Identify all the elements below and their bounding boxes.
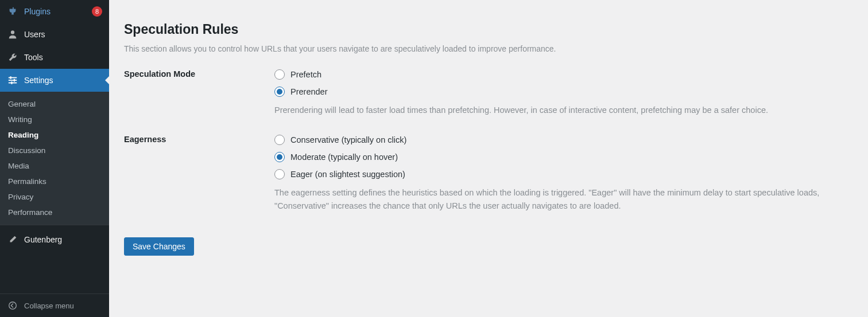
wrench-icon xyxy=(7,52,18,63)
submenu-item-discussion[interactable]: Discussion xyxy=(0,143,109,158)
radio-label: Prefetch xyxy=(290,70,321,79)
submenu-item-privacy[interactable]: Privacy xyxy=(0,189,109,205)
settings-submenu: General Writing Reading Discussion Media… xyxy=(0,92,109,225)
eagerness-control: Conservative (typically on click) Modera… xyxy=(274,135,837,212)
submenu-item-permalinks[interactable]: Permalinks xyxy=(0,174,109,189)
radio-icon xyxy=(274,87,285,97)
radio-conservative[interactable]: Conservative (typically on click) xyxy=(274,135,837,145)
radio-moderate[interactable]: Moderate (typically on hover) xyxy=(274,152,837,162)
sidebar-item-label: Plugins xyxy=(24,7,88,16)
radio-icon xyxy=(274,135,285,145)
submenu-item-general[interactable]: General xyxy=(0,96,109,112)
radio-icon xyxy=(274,152,285,162)
sliders-icon xyxy=(7,75,18,86)
radio-label: Prerender xyxy=(290,87,327,96)
user-icon xyxy=(7,29,18,40)
radio-label: Eager (on slightest suggestion) xyxy=(290,170,405,179)
radio-eager[interactable]: Eager (on slightest suggestion) xyxy=(274,169,837,179)
page-description: This section allows you to control how U… xyxy=(124,44,853,53)
radio-icon xyxy=(274,169,285,179)
mode-help-text: Prerendering will lead to faster load ti… xyxy=(274,104,837,116)
radio-label: Conservative (typically on click) xyxy=(290,135,406,144)
submenu-item-reading[interactable]: Reading xyxy=(0,127,109,143)
save-button[interactable]: Save Changes xyxy=(124,237,194,256)
radio-prerender[interactable]: Prerender xyxy=(274,87,837,97)
sidebar-item-users[interactable]: Users xyxy=(0,23,109,46)
radio-prefetch[interactable]: Prefetch xyxy=(274,69,837,80)
svg-rect-3 xyxy=(9,83,17,84)
sidebar-item-gutenberg[interactable]: Gutenberg xyxy=(0,228,109,251)
radio-icon xyxy=(274,69,285,80)
sidebar-item-tools[interactable]: Tools xyxy=(0,46,109,69)
main-content: Speculation Rules This section allows yo… xyxy=(109,0,868,317)
sidebar-item-settings[interactable]: Settings xyxy=(0,69,109,92)
plug-icon xyxy=(7,6,18,17)
pencil-icon xyxy=(7,234,18,245)
plugins-badge: 8 xyxy=(92,6,102,17)
submenu-item-media[interactable]: Media xyxy=(0,158,109,174)
submenu-item-writing[interactable]: Writing xyxy=(0,112,109,127)
sidebar-item-label: Users xyxy=(24,30,102,39)
menu-top: Plugins 8 Users Tools Settings General W… xyxy=(0,0,109,251)
speculation-mode-control: Prefetch Prerender Prerendering will lea… xyxy=(274,69,837,116)
sidebar-item-label: Tools xyxy=(24,53,102,62)
sidebar-item-label: Gutenberg xyxy=(24,235,102,244)
sidebar-item-label: Settings xyxy=(24,76,102,85)
collapse-menu-button[interactable]: Collapse menu xyxy=(0,293,109,317)
svg-rect-4 xyxy=(10,76,11,79)
svg-rect-1 xyxy=(9,77,17,79)
radio-label: Moderate (typically on hover) xyxy=(290,152,398,162)
collapse-icon xyxy=(7,300,18,311)
eagerness-row: Eagerness Conservative (typically on cli… xyxy=(124,135,853,212)
svg-point-0 xyxy=(11,30,14,34)
speculation-mode-row: Speculation Mode Prefetch Prerender Prer… xyxy=(124,69,853,116)
eagerness-help-text: The eagerness setting defines the heuris… xyxy=(274,186,837,212)
sidebar-item-plugins[interactable]: Plugins 8 xyxy=(0,0,109,23)
page-title: Speculation Rules xyxy=(124,22,853,37)
svg-rect-6 xyxy=(11,81,12,84)
submenu-item-performance[interactable]: Performance xyxy=(0,205,109,220)
admin-sidebar: Plugins 8 Users Tools Settings General W… xyxy=(0,0,109,317)
speculation-mode-label: Speculation Mode xyxy=(124,69,274,116)
svg-point-7 xyxy=(9,302,17,310)
collapse-label: Collapse menu xyxy=(24,302,74,310)
svg-rect-5 xyxy=(14,79,15,82)
menu-bottom: Collapse menu xyxy=(0,293,109,317)
svg-rect-2 xyxy=(9,80,17,81)
eagerness-label: Eagerness xyxy=(124,135,274,212)
